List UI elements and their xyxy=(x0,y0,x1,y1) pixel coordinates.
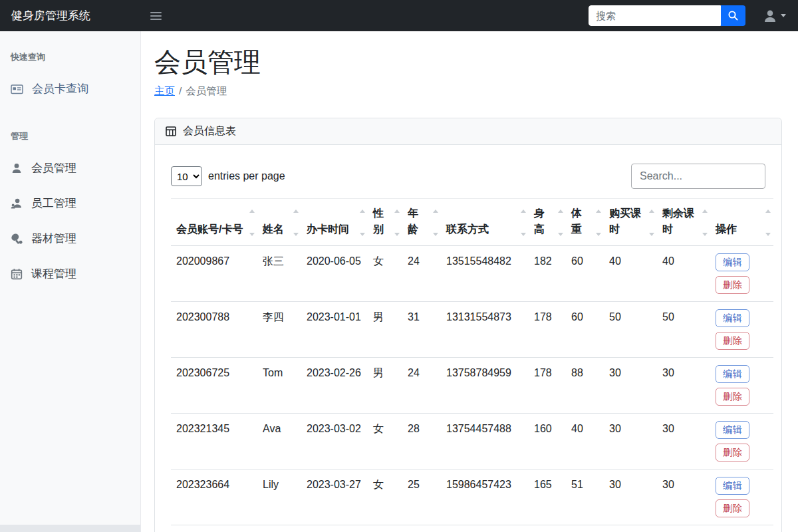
column-header-gender[interactable]: 性别 xyxy=(368,199,402,246)
column-header-label: 身高 xyxy=(534,207,545,235)
delete-button[interactable]: 删除 xyxy=(716,276,749,294)
sort-arrows-icon xyxy=(394,209,400,236)
cell-date: 2023-03-02 xyxy=(301,414,368,469)
cell-age: 31 xyxy=(402,302,441,358)
cell-remaining: 30 xyxy=(657,469,710,525)
cell-weight: 88 xyxy=(566,358,604,414)
sidebar-item-course-management[interactable]: 课程管理 xyxy=(0,256,140,291)
cell-phone: 13754457488 xyxy=(441,414,529,469)
sort-arrows-icon xyxy=(702,209,708,236)
cell-age: 24 xyxy=(402,358,441,414)
member-table-card: 会员信息表 10 entries per page 会员账号/卡号姓名办卡时间性… xyxy=(154,118,782,532)
cell-account: 202009867 xyxy=(171,246,257,302)
navbar-search-button[interactable] xyxy=(721,5,745,26)
sidebar-section-management: 管理 xyxy=(11,130,130,142)
column-header-label: 购买课时 xyxy=(609,207,641,235)
column-header-account[interactable]: 会员账号/卡号 xyxy=(171,199,257,246)
sidebar-footer-strip xyxy=(0,525,140,532)
top-navbar: 健身房管理系统 xyxy=(0,0,798,31)
sort-arrows-icon xyxy=(433,209,438,236)
cell-gender: 男 xyxy=(368,358,402,414)
cell-actions: 编辑删除 xyxy=(710,469,773,525)
column-header-height[interactable]: 身高 xyxy=(529,199,566,246)
delete-button[interactable]: 删除 xyxy=(716,499,749,517)
calendar-icon xyxy=(11,268,23,280)
cell-gender: 女 xyxy=(368,246,402,302)
cell-account: 202323664 xyxy=(171,469,257,525)
entries-per-page-select[interactable]: 10 xyxy=(171,166,202,186)
column-header-purchased[interactable]: 购买课时 xyxy=(604,199,657,246)
cell-actions: 编辑删除 xyxy=(710,525,773,532)
table-search-input[interactable] xyxy=(631,164,765,189)
cell-height: 178 xyxy=(529,358,566,414)
cell-actions: 编辑删除 xyxy=(710,414,773,469)
breadcrumb-home-link[interactable]: 主页 xyxy=(154,85,175,96)
column-header-actions[interactable]: 操作 xyxy=(710,199,773,246)
sidebar-item-label: 课程管理 xyxy=(31,266,76,281)
cell-purchased: 30 xyxy=(604,358,657,414)
column-header-label: 年龄 xyxy=(408,207,418,235)
cell-name: Lily xyxy=(257,469,301,525)
breadcrumb-separator: / xyxy=(179,85,182,96)
table-row: 202332539王五2023-01-01男311315487548917860… xyxy=(171,525,773,532)
cell-phone: 13154875489 xyxy=(441,525,529,532)
sidebar-item-label: 员工管理 xyxy=(31,196,76,211)
cell-phone: 15986457423 xyxy=(441,469,529,525)
table-icon xyxy=(166,126,176,136)
user-icon xyxy=(11,162,23,174)
table-row: 202323664Lily2023-03-27女2515986457423165… xyxy=(171,469,773,525)
cell-account: 202306725 xyxy=(171,358,257,414)
column-header-label: 操作 xyxy=(716,223,737,235)
sidebar-item-staff-management[interactable]: 员工管理 xyxy=(0,186,140,221)
cell-name: Ava xyxy=(257,414,301,469)
cell-account: 202321345 xyxy=(171,414,257,469)
cell-date: 2023-02-26 xyxy=(301,358,368,414)
cell-gender: 男 xyxy=(368,525,402,532)
sidebar-item-member-management[interactable]: 会员管理 xyxy=(0,150,140,186)
sidebar: 快速查询 会员卡查询 管理 会员管理 员工管理 器 xyxy=(0,31,141,532)
cell-name: Tom xyxy=(257,358,301,414)
cell-phone: 13515548482 xyxy=(441,246,529,302)
table-row: 202306725Tom2023-02-26男24137587849591788… xyxy=(171,358,773,414)
sort-arrows-icon xyxy=(558,209,563,236)
cell-age: 28 xyxy=(402,414,441,469)
edit-button[interactable]: 编辑 xyxy=(716,477,749,495)
cell-date: 2020-06-05 xyxy=(301,246,368,302)
card-title: 会员信息表 xyxy=(183,124,236,138)
column-header-remaining[interactable]: 剩余课时 xyxy=(657,199,710,246)
edit-button[interactable]: 编辑 xyxy=(716,253,749,271)
edit-button[interactable]: 编辑 xyxy=(716,365,749,383)
sidebar-item-label: 会员管理 xyxy=(31,160,76,176)
delete-button[interactable]: 删除 xyxy=(716,332,749,350)
breadcrumb: 主页/会员管理 xyxy=(154,84,782,98)
column-header-weight[interactable]: 体重 xyxy=(566,199,604,246)
table-row: 202300788李四2023-01-01男311313155487317860… xyxy=(171,302,773,358)
delete-button[interactable]: 删除 xyxy=(716,388,749,406)
hamburger-menu-icon[interactable] xyxy=(146,8,166,24)
table-row: 202009867张三2020-06-05女241351554848218260… xyxy=(171,246,773,302)
column-header-name[interactable]: 姓名 xyxy=(257,199,301,246)
edit-button[interactable]: 编辑 xyxy=(716,421,749,439)
cell-remaining: 30 xyxy=(657,414,710,469)
cell-name: 李四 xyxy=(257,302,301,358)
column-header-age[interactable]: 年龄 xyxy=(402,199,441,246)
cell-name: 张三 xyxy=(257,246,301,302)
cell-gender: 女 xyxy=(368,414,402,469)
card-header: 会员信息表 xyxy=(155,118,781,145)
cell-height: 178 xyxy=(529,525,566,532)
app-title[interactable]: 健身房管理系统 xyxy=(0,8,141,23)
column-header-date[interactable]: 办卡时间 xyxy=(301,199,368,246)
user-menu[interactable] xyxy=(763,9,786,23)
sidebar-item-member-card-query[interactable]: 会员卡查询 xyxy=(0,71,140,106)
sidebar-item-equipment-management[interactable]: 器材管理 xyxy=(0,221,140,256)
cell-age: 31 xyxy=(402,525,441,532)
sort-arrows-icon xyxy=(293,209,299,236)
navbar-search xyxy=(589,5,745,26)
edit-button[interactable]: 编辑 xyxy=(716,309,749,327)
delete-button[interactable]: 删除 xyxy=(716,444,749,462)
navbar-search-input[interactable] xyxy=(589,5,721,26)
cell-phone: 13758784959 xyxy=(441,358,529,414)
user-icon xyxy=(763,9,777,23)
column-header-phone[interactable]: 联系方式 xyxy=(441,199,529,246)
table-row: 202321345Ava2023-03-02女28137544574881604… xyxy=(171,414,773,469)
